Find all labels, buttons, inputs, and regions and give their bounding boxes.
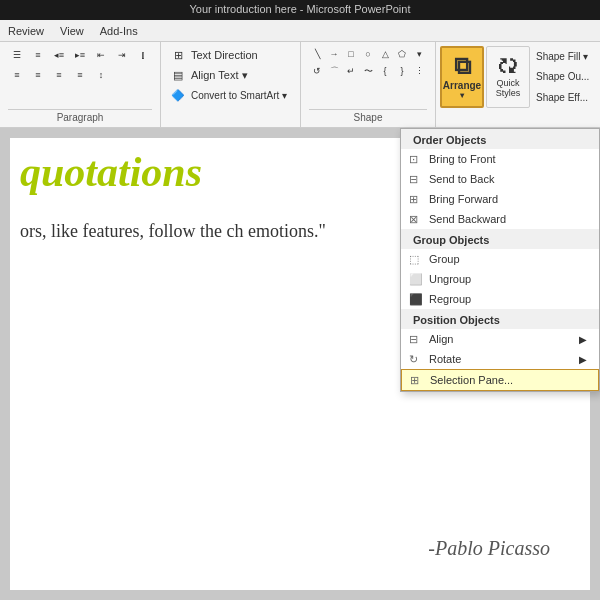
more-shapes-icon[interactable]: ▾ [411, 46, 427, 62]
regroup-icon: ⬛ [409, 293, 423, 306]
shape-side-buttons: Shape Fill ▾ Shape Ou... Shape Eff... [534, 46, 591, 108]
arrow-icon[interactable]: → [326, 46, 342, 62]
ribbon-shapes-section: ╲ → □ ○ △ ⬠ ▾ ↺ ⌒ ↵ 〜 { } ⋮ Shape [301, 42, 436, 127]
circle-icon[interactable]: ○ [360, 46, 376, 62]
text-direction-row: ⊞ Text Direction [169, 46, 292, 64]
numbering-icon[interactable]: ≡ [29, 46, 47, 64]
indent-right-icon[interactable]: ⇥ [113, 46, 131, 64]
bring-front-icon: ⊡ [409, 153, 418, 166]
extra-icon[interactable]: ⋮ [411, 63, 427, 79]
align-text-icon[interactable]: ▤ [169, 66, 187, 84]
list-row-1: ☰ ≡ ◂≡ ▸≡ ⇤ ⇥ ⫿ [8, 46, 152, 64]
menu-bar: Review View Add-Ins [0, 20, 600, 42]
shape-outline-button[interactable]: Shape Ou... [534, 70, 591, 83]
bracket-icon[interactable]: } [394, 63, 410, 79]
indent-left-icon[interactable]: ⇤ [92, 46, 110, 64]
quick-styles-button[interactable]: 🗘 QuickStyles [486, 46, 530, 108]
send-backward-item[interactable]: ⊠ Send Backward [401, 209, 599, 229]
text-direction-label[interactable]: Text Direction [191, 49, 258, 61]
align-text-label[interactable]: Align Text ▾ [191, 69, 248, 82]
list-row-2: ≡ ≡ ≡ ≡ ↕ [8, 66, 152, 84]
brace-icon[interactable]: { [377, 63, 393, 79]
wavy-icon[interactable]: 〜 [360, 63, 376, 79]
rotate-icon: ↻ [409, 353, 418, 366]
selection-pane-item[interactable]: ⊞ Selection Pane... [401, 369, 599, 391]
title-text: Your introduction here - Microsoft Power… [190, 3, 411, 15]
arrange-button[interactable]: ⧉ Arrange ▾ [440, 46, 484, 108]
ribbon: ☰ ≡ ◂≡ ▸≡ ⇤ ⇥ ⫿ ≡ ≡ ≡ ≡ ↕ Paragraph ⊞ Te… [0, 42, 600, 128]
paragraph-label: Paragraph [8, 109, 152, 123]
align-icon: ⊟ [409, 333, 418, 346]
bring-forward-icon: ⊞ [409, 193, 418, 206]
justify-icon[interactable]: ≡ [71, 66, 89, 84]
align-center-icon[interactable]: ≡ [29, 66, 47, 84]
regroup-item[interactable]: ⬛ Regroup [401, 289, 599, 309]
curved-line-icon[interactable]: ⌒ [326, 63, 342, 79]
arrange-dropdown-arrow: ▾ [460, 91, 464, 100]
order-objects-header: Order Objects [401, 129, 599, 149]
ribbon-paragraph-section: ☰ ≡ ◂≡ ▸≡ ⇤ ⇥ ⫿ ≡ ≡ ≡ ≡ ↕ Paragraph [0, 42, 161, 127]
align-arrow: ▶ [579, 334, 587, 345]
arrange-label: Arrange [443, 80, 481, 91]
columns-icon[interactable]: ⫿ [134, 46, 152, 64]
bullets-icon[interactable]: ☰ [8, 46, 26, 64]
ungroup-icon: ⬜ [409, 273, 423, 286]
arrange-buttons-row: ⧉ Arrange ▾ 🗘 QuickStyles Shape Fill ▾ S… [440, 46, 591, 108]
quick-styles-icon: 🗘 [498, 56, 518, 76]
line-icon[interactable]: ╲ [309, 46, 325, 62]
curved-arrow-icon[interactable]: ↺ [309, 63, 325, 79]
align-text-row: ▤ Align Text ▾ [169, 66, 292, 84]
send-to-back-item[interactable]: ⊟ Send to Back [401, 169, 599, 189]
rotate-item[interactable]: ↻ Rotate ▶ [401, 349, 599, 369]
quick-styles-label: QuickStyles [496, 78, 521, 98]
triangle-icon[interactable]: △ [377, 46, 393, 62]
shape1-icon[interactable]: ⬠ [394, 46, 410, 62]
arrange-icon: ⧉ [454, 54, 471, 78]
position-objects-header: Position Objects [401, 309, 599, 329]
increase-list-icon[interactable]: ▸≡ [71, 46, 89, 64]
bring-forward-item[interactable]: ⊞ Bring Forward [401, 189, 599, 209]
group-item[interactable]: ⬚ Group [401, 249, 599, 269]
send-back-icon: ⊟ [409, 173, 418, 186]
align-left-icon[interactable]: ≡ [8, 66, 26, 84]
shapes-grid: ╲ → □ ○ △ ⬠ ▾ ↺ ⌒ ↵ 〜 { } ⋮ [309, 46, 427, 79]
body-text: ors, like features, follow the ch emotio… [20, 218, 326, 245]
menu-addins[interactable]: Add-Ins [100, 25, 138, 37]
author-text: -Pablo Picasso [428, 537, 550, 560]
convert-smartart-row: 🔷 Convert to SmartArt ▾ [169, 86, 292, 104]
menu-review[interactable]: Review [8, 25, 44, 37]
shape-effect-button[interactable]: Shape Eff... [534, 91, 591, 104]
smartart-icon[interactable]: 🔷 [169, 86, 187, 104]
group-objects-header: Group Objects [401, 229, 599, 249]
quotation-heading: quotations [10, 148, 202, 196]
rect-icon[interactable]: □ [343, 46, 359, 62]
ungroup-item[interactable]: ⬜ Ungroup [401, 269, 599, 289]
arrange-dropdown-menu: Order Objects ⊡ Bring to Front ⊟ Send to… [400, 128, 600, 392]
menu-view[interactable]: View [60, 25, 84, 37]
title-bar: Your introduction here - Microsoft Power… [0, 0, 600, 20]
align-item[interactable]: ⊟ Align ▶ [401, 329, 599, 349]
align-right-icon[interactable]: ≡ [50, 66, 68, 84]
decrease-list-icon[interactable]: ◂≡ [50, 46, 68, 64]
bent-arrow-icon[interactable]: ↵ [343, 63, 359, 79]
ribbon-text-section: ⊞ Text Direction ▤ Align Text ▾ 🔷 Conver… [161, 42, 301, 127]
send-backward-icon: ⊠ [409, 213, 418, 226]
shape-fill-button[interactable]: Shape Fill ▾ [534, 50, 591, 63]
rotate-arrow: ▶ [579, 354, 587, 365]
convert-smartart-label[interactable]: Convert to SmartArt ▾ [191, 90, 287, 101]
bring-to-front-item[interactable]: ⊡ Bring to Front [401, 149, 599, 169]
shape-section-label: Shape [309, 109, 427, 123]
ribbon-arrange-section: ⧉ Arrange ▾ 🗘 QuickStyles Shape Fill ▾ S… [436, 42, 595, 127]
text-direction-icon[interactable]: ⊞ [169, 46, 187, 64]
line-spacing-icon[interactable]: ↕ [92, 66, 110, 84]
selection-pane-icon: ⊞ [410, 374, 419, 387]
group-icon: ⬚ [409, 253, 419, 266]
